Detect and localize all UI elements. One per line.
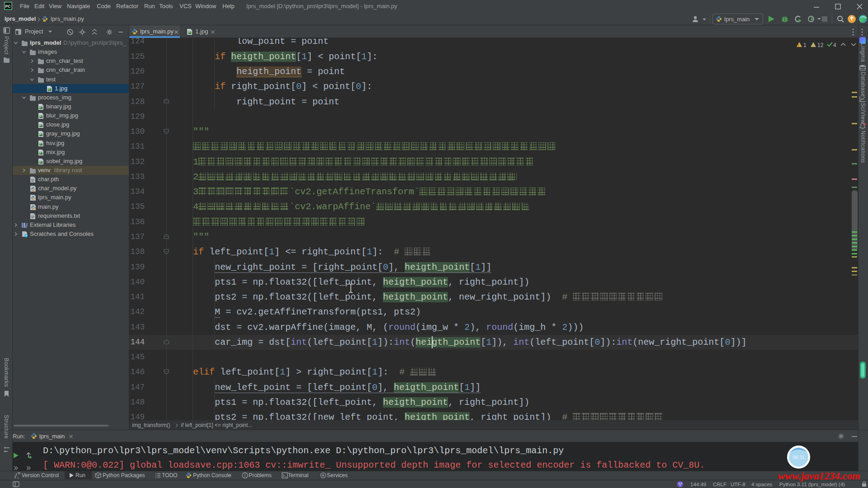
- svg-text:12: 12: [817, 42, 824, 48]
- svg-text:06:11: 06:11: [793, 455, 805, 460]
- svg-text:!: !: [798, 43, 799, 47]
- svg-text:4: 4: [833, 42, 836, 48]
- svg-text:1: 1: [803, 42, 807, 48]
- svg-text:PC: PC: [5, 4, 11, 9]
